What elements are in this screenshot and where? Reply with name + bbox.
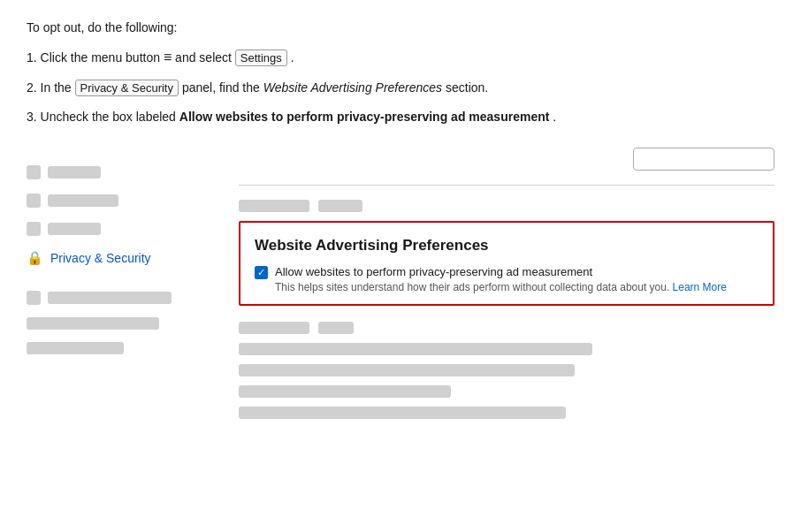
step-3-number: 3. xyxy=(27,110,41,124)
privacy-security-inline: Privacy & Security xyxy=(75,80,179,96)
below-ph-row-3 xyxy=(239,364,774,376)
search-input[interactable] xyxy=(633,148,774,171)
step-3-bold: Allow websites to perform privacy-preser… xyxy=(179,110,550,124)
sidebar-text-placeholder-3 xyxy=(48,223,101,235)
content-area: Website Advertising Preferences ✓ Allow … xyxy=(221,148,774,428)
main-layout: 🔒 Privacy & Security xyxy=(27,148,774,428)
sidebar-placeholder-1 xyxy=(27,165,221,179)
sidebar-text-ph-4 xyxy=(48,292,172,304)
content-ph-1a xyxy=(239,200,309,212)
learn-more-link[interactable]: Learn More xyxy=(673,281,727,293)
step-1-text-middle: and select xyxy=(175,50,235,65)
sidebar-text-ph-6 xyxy=(27,342,124,354)
below-section-placeholders xyxy=(239,322,774,419)
instructions-section: To opt out, do the following: 1. Click t… xyxy=(27,18,774,126)
sidebar-ph-row-3 xyxy=(27,342,221,354)
step-1-text-before: Click the menu button xyxy=(41,50,164,65)
below-ph-2 xyxy=(239,343,592,355)
checkbox-sub-label: This helps sites understand how their ad… xyxy=(275,281,727,293)
below-ph-row-1 xyxy=(239,322,774,334)
checkbox-row: ✓ Allow websites to perform privacy-pres… xyxy=(255,265,759,293)
checkbox-main-label: Allow websites to perform privacy-preser… xyxy=(275,265,727,278)
highlighted-section: Website Advertising Preferences ✓ Allow … xyxy=(239,221,774,306)
step-1-number: 1. xyxy=(27,50,41,65)
sidebar-text-ph-5 xyxy=(27,317,159,330)
step-1-text-after: . xyxy=(291,50,294,65)
step-2-text-before: In the xyxy=(41,80,75,95)
checkbox-label-wrap: Allow websites to perform privacy-preser… xyxy=(275,265,727,293)
sidebar-icon-placeholder-1 xyxy=(27,165,41,179)
checkbox-sub-text: This helps sites understand how their ad… xyxy=(275,281,669,293)
step-2: 2. In the Privacy & Security panel, find… xyxy=(27,78,774,98)
sidebar-icon-ph-4 xyxy=(27,291,41,305)
below-ph-1a xyxy=(239,322,309,334)
below-ph-5 xyxy=(239,407,566,419)
sidebar-text-placeholder-2 xyxy=(48,194,118,207)
sidebar-text-placeholder-1 xyxy=(48,166,101,179)
menu-icon: ≡ xyxy=(164,49,172,65)
below-ph-4 xyxy=(239,385,451,398)
step-2-text-middle: panel, find the Website Advertising Pref… xyxy=(182,80,488,95)
top-divider xyxy=(239,185,774,186)
content-ph-1b xyxy=(318,200,362,212)
sidebar-item-privacy-security[interactable]: 🔒 Privacy & Security xyxy=(27,250,221,266)
settings-label: Settings xyxy=(235,49,287,66)
below-ph-1b xyxy=(318,322,354,334)
sidebar: 🔒 Privacy & Security xyxy=(27,148,221,428)
step-3: 3. Uncheck the box labeled Allow website… xyxy=(27,107,774,126)
lock-icon: 🔒 xyxy=(27,250,43,266)
sidebar-ph-row-2 xyxy=(27,317,221,330)
italic-section-name: Website Advertising Preferences xyxy=(263,80,442,95)
step-1: 1. Click the menu button ≡ and select Se… xyxy=(27,46,774,69)
below-ph-row-4 xyxy=(239,385,774,398)
below-ph-row-2 xyxy=(239,343,774,355)
sidebar-placeholder-2 xyxy=(27,194,221,208)
sidebar-bottom-placeholders xyxy=(27,291,221,354)
sidebar-placeholder-3 xyxy=(27,222,221,236)
checkbox-ad-measurement[interactable]: ✓ xyxy=(255,266,268,279)
step-3-text-after: . xyxy=(553,110,556,124)
below-ph-3 xyxy=(239,364,575,376)
checkmark-icon: ✓ xyxy=(257,267,265,278)
sidebar-icon-placeholder-3 xyxy=(27,222,41,236)
intro-text: To opt out, do the following: xyxy=(27,18,774,37)
content-ph-row-1 xyxy=(239,200,774,212)
sidebar-ph-row-1 xyxy=(27,291,221,305)
search-box-wrapper xyxy=(239,148,774,171)
sidebar-icon-placeholder-2 xyxy=(27,194,41,208)
section-title: Website Advertising Preferences xyxy=(255,237,759,255)
below-ph-row-5 xyxy=(239,407,774,419)
step-3-text-before: Uncheck the box labeled xyxy=(41,110,179,124)
step-2-number: 2. xyxy=(27,80,41,95)
sidebar-privacy-label: Privacy & Security xyxy=(50,251,151,265)
